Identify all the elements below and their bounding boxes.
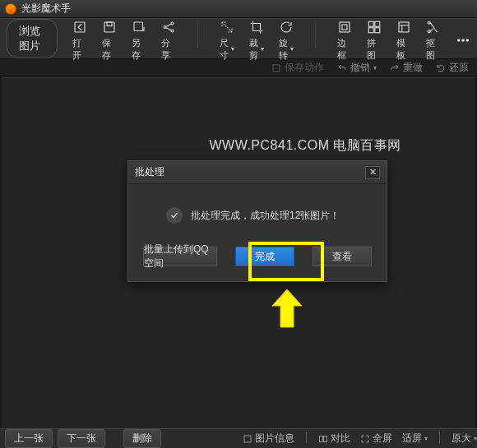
next-image-button[interactable]: 下一张 xyxy=(58,429,105,448)
svg-rect-13 xyxy=(399,22,409,32)
svg-rect-9 xyxy=(368,21,373,26)
svg-rect-8 xyxy=(342,25,347,30)
border-button[interactable]: 边框 xyxy=(337,20,352,62)
svg-point-14 xyxy=(428,21,430,24)
bottom-bar: 上一张 下一张 删除 图片信息 对比 全屏 适屏▾ 原大▾ xyxy=(0,428,477,448)
upload-qq-button[interactable]: 批量上传到QQ空间 xyxy=(143,247,217,266)
svg-point-15 xyxy=(428,30,430,32)
cutout-icon xyxy=(426,20,441,35)
size-button[interactable]: 尺寸▾ xyxy=(220,20,234,62)
svg-point-18 xyxy=(466,39,468,41)
watermark-text: WWW.PC841.COM 电脑百事网 xyxy=(209,137,401,155)
svg-rect-19 xyxy=(273,65,280,72)
rotate-icon xyxy=(279,20,294,35)
svg-point-4 xyxy=(164,25,166,28)
svg-rect-20 xyxy=(244,436,251,442)
svg-point-5 xyxy=(171,22,174,25)
browse-images-button[interactable]: 浏览图片 xyxy=(7,19,58,58)
template-button[interactable]: 模板 xyxy=(396,20,411,62)
original-size-button[interactable]: 原大▾ xyxy=(452,432,477,446)
svg-rect-22 xyxy=(324,436,327,441)
svg-rect-21 xyxy=(320,436,323,441)
main-toolbar: 浏览图片 打开 保存 另存 分享 尺寸▾ xyxy=(0,18,477,59)
svg-rect-12 xyxy=(375,27,380,32)
svg-rect-1 xyxy=(104,22,114,32)
view-button[interactable]: 查看 xyxy=(313,247,372,266)
save-button[interactable]: 保存 xyxy=(102,20,117,62)
caret-icon: ▾ xyxy=(373,64,377,72)
more-button[interactable] xyxy=(456,33,470,48)
border-icon xyxy=(337,20,352,35)
svg-rect-2 xyxy=(107,22,112,26)
finish-button[interactable]: 完成 xyxy=(235,247,294,266)
save-action-button[interactable]: 保存动作 xyxy=(271,61,324,75)
share-button[interactable]: 分享 xyxy=(161,20,176,62)
rotate-button[interactable]: 旋转▾ xyxy=(279,20,294,62)
dialog-close-button[interactable]: ✕ xyxy=(365,166,380,179)
fullscreen-button[interactable]: 全屏 xyxy=(360,432,392,446)
app-title: 光影魔术手 xyxy=(21,2,71,16)
caret-icon: ▾ xyxy=(261,45,264,53)
batch-dialog: 批处理 ✕ 批处理完成，成功处理12张图片！ 批量上传到QQ空间 完成 查看 xyxy=(127,160,387,282)
svg-point-16 xyxy=(458,39,460,41)
crop-icon xyxy=(249,20,264,35)
check-icon xyxy=(166,207,183,224)
caret-icon: ▾ xyxy=(231,45,234,53)
image-info-button[interactable]: 图片信息 xyxy=(243,432,294,446)
caret-icon: ▾ xyxy=(290,45,294,53)
save-as-button[interactable]: 另存 xyxy=(132,20,146,62)
save-icon xyxy=(102,20,117,35)
fit-screen-button[interactable]: 适屏▾ xyxy=(402,432,428,446)
cutout-button[interactable]: 抠图 xyxy=(426,20,441,62)
share-icon xyxy=(161,20,176,35)
collage-icon xyxy=(367,20,382,35)
open-icon xyxy=(72,20,87,35)
open-button[interactable]: 打开 xyxy=(72,20,87,62)
template-icon xyxy=(396,20,411,35)
restore-button[interactable]: 还原 xyxy=(436,61,469,75)
svg-point-17 xyxy=(462,39,464,41)
prev-image-button[interactable]: 上一张 xyxy=(5,429,53,448)
compare-button[interactable]: 对比 xyxy=(318,432,350,446)
save-as-icon xyxy=(132,20,146,35)
action-bar: 保存动作 撤销▾ 重做 还原 xyxy=(0,59,477,77)
svg-rect-3 xyxy=(134,22,143,31)
dialog-titlebar[interactable]: 批处理 ✕ xyxy=(128,161,387,184)
svg-rect-11 xyxy=(368,27,373,32)
svg-rect-0 xyxy=(75,22,85,32)
redo-button[interactable]: 重做 xyxy=(390,61,423,75)
svg-rect-10 xyxy=(375,21,380,26)
collage-button[interactable]: 拼图 xyxy=(367,20,382,62)
size-icon xyxy=(220,20,234,35)
dialog-message: 批处理完成，成功处理12张图片！ xyxy=(191,209,340,223)
more-icon xyxy=(456,33,470,48)
crop-button[interactable]: 裁剪▾ xyxy=(249,20,264,62)
svg-rect-7 xyxy=(340,22,350,32)
svg-point-6 xyxy=(171,30,174,32)
app-logo-icon xyxy=(5,3,16,15)
delete-button[interactable]: 删除 xyxy=(123,429,161,448)
undo-button[interactable]: 撤销▾ xyxy=(337,61,377,75)
dialog-title: 批处理 xyxy=(135,165,164,179)
